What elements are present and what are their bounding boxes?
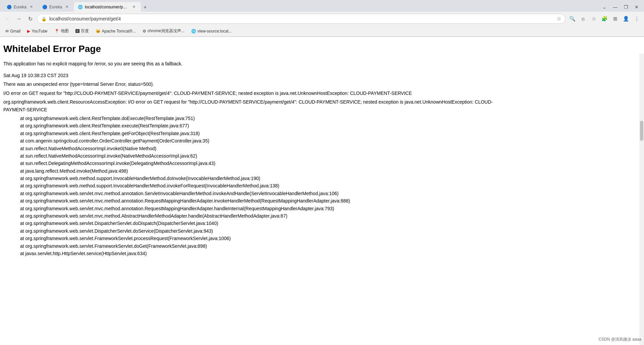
stack-line-12: at org.springframework.web.servlet.mvc.m… bbox=[3, 205, 500, 212]
stack-line-1: at org.springframework.web.client.RestTe… bbox=[3, 122, 500, 129]
page-content: Whitelabel Error Page This application h… bbox=[0, 37, 503, 264]
tab1-title: Eureka bbox=[14, 5, 26, 9]
tab3-title: localhost/consumer/payment/ bbox=[85, 5, 129, 9]
star-icon[interactable]: ☆ bbox=[557, 16, 561, 22]
nav-icons: 🔍 ⎋ ☆ 🧩 ⊞ 👤 ⋮ bbox=[568, 14, 641, 23]
tab3-close-icon[interactable]: ✕ bbox=[131, 4, 137, 10]
stack-trace: org.springframework.web.client.ResourceA… bbox=[3, 98, 500, 257]
page-title: Whitelabel Error Page bbox=[3, 44, 500, 54]
stack-line-5: at sun.reflect.NativeMethodAccessorImpl.… bbox=[3, 152, 500, 160]
stack-line-3: at com.angenin.springcloud.controller.Or… bbox=[3, 137, 500, 145]
profile-icon[interactable]: 👤 bbox=[621, 14, 631, 23]
lock-icon: 🔒 bbox=[41, 16, 47, 21]
bookmark-view-source[interactable]: 🌐 view-source:local... bbox=[189, 28, 234, 35]
maximize-button[interactable]: ❐ bbox=[621, 2, 631, 12]
stack-line-11: at org.springframework.web.servlet.mvc.m… bbox=[3, 197, 500, 205]
view-source-icon: 🌐 bbox=[191, 29, 196, 34]
reload-button[interactable]: ↻ bbox=[25, 14, 35, 23]
tab2-favicon: 🔵 bbox=[42, 5, 47, 9]
bookmark-gmail[interactable]: ✉ Gmail bbox=[3, 28, 23, 35]
address-bar[interactable]: 🔒 ☆ bbox=[37, 14, 566, 24]
bookmark-baidu-label: 百度 bbox=[81, 28, 89, 34]
tab-2[interactable]: 🔵 Eureka ✕ bbox=[38, 2, 74, 12]
tab3-favicon: 🌐 bbox=[78, 5, 83, 9]
bookmark-maps-label: 地图 bbox=[61, 28, 69, 34]
menu-icon[interactable]: ⋮ bbox=[632, 14, 641, 23]
extensions-icon[interactable]: 🧩 bbox=[600, 14, 609, 23]
browser-chrome: 🔵 Eureka ✕ 🔵 Eureka ✕ 🌐 localhost/consum… bbox=[0, 0, 644, 37]
share-icon[interactable]: ⎋ bbox=[578, 14, 588, 23]
stack-line-16: at org.springframework.web.servlet.Frame… bbox=[3, 235, 500, 242]
bookmark-tomcat-label: Apache Tomcat®... bbox=[102, 29, 136, 34]
maps-icon: 📍 bbox=[54, 29, 59, 34]
stack-line-14: at org.springframework.web.servlet.Dispa… bbox=[3, 220, 500, 227]
stack-line-9: at org.springframework.web.method.suppor… bbox=[3, 182, 500, 189]
nav-bar: ← → ↻ 🔒 ☆ 🔍 ⎋ ☆ 🧩 ⊞ 👤 ⋮ bbox=[0, 12, 644, 26]
stack-line-8: at org.springframework.web.method.suppor… bbox=[3, 175, 500, 182]
stack-line-2: at org.springframework.web.client.RestTe… bbox=[3, 130, 500, 137]
bookmark-gmail-label: Gmail bbox=[10, 29, 20, 34]
tab-list-icon[interactable]: ⌄ bbox=[600, 2, 609, 12]
stack-line-17: at org.springframework.web.servlet.Frame… bbox=[3, 242, 500, 250]
bookmark-chrome-settings[interactable]: ⚙ chrome浏览器没声... bbox=[140, 27, 187, 35]
bookmark-icon[interactable]: ☆ bbox=[589, 14, 598, 23]
scrollbar-thumb[interactable] bbox=[640, 121, 643, 141]
bookmarks-bar: ✉ Gmail ▶ YouTube 📍 地图 🅱 百度 🐱 Apache Tom… bbox=[0, 26, 644, 37]
bookmark-chrome-label: chrome浏览器没声... bbox=[148, 28, 184, 34]
tab2-close-icon[interactable]: ✕ bbox=[64, 4, 70, 10]
tab1-close-icon[interactable]: ✕ bbox=[29, 4, 34, 10]
stack-line-0: at org.springframework.web.client.RestTe… bbox=[3, 115, 500, 122]
bookmark-youtube[interactable]: ▶ YouTube bbox=[24, 28, 50, 35]
new-tab-button[interactable]: + bbox=[141, 3, 149, 12]
tab-manager-icon[interactable]: ⊞ bbox=[610, 14, 620, 23]
close-button[interactable]: ✕ bbox=[632, 2, 641, 12]
error-summary: There was an unexpected error (type=Inte… bbox=[3, 80, 500, 88]
forward-button[interactable]: → bbox=[14, 14, 23, 23]
timestamp: Sat Aug 19 10:38:23 CST 2023 bbox=[3, 72, 500, 79]
stack-line-13: at org.springframework.web.servlet.mvc.m… bbox=[3, 212, 500, 220]
error-description: This application has no explicit mapping… bbox=[3, 61, 500, 66]
bookmark-tomcat[interactable]: 🐱 Apache Tomcat®... bbox=[93, 28, 139, 35]
bookmark-youtube-label: YouTube bbox=[32, 29, 47, 34]
address-input[interactable] bbox=[49, 16, 554, 21]
stack-line-18: at javax.servlet.http.HttpServlet.servic… bbox=[3, 250, 500, 257]
stack-line-4: at sun.reflect.NativeMethodAccessorImpl.… bbox=[3, 145, 500, 152]
stack-line-6: at sun.reflect.DelegatingMethodAccessorI… bbox=[3, 160, 500, 167]
tab-1[interactable]: 🔵 Eureka ✕ bbox=[3, 2, 38, 12]
baidu-icon: 🅱 bbox=[75, 29, 79, 34]
error-details: Sat Aug 19 10:38:23 CST 2023 There was a… bbox=[3, 72, 500, 257]
tomcat-icon: 🐱 bbox=[96, 29, 101, 34]
youtube-icon: ▶ bbox=[27, 29, 30, 34]
error-line1: I/O error on GET request for "http://CLO… bbox=[3, 90, 500, 97]
bookmark-view-source-label: view-source:local... bbox=[198, 29, 232, 34]
scrollbar[interactable] bbox=[639, 54, 644, 264]
stack-line-15: at org.springframework.web.servlet.Dispa… bbox=[3, 227, 500, 235]
back-button[interactable]: ← bbox=[3, 14, 12, 23]
chrome-settings-icon: ⚙ bbox=[143, 29, 146, 34]
window-controls: ⌄ — ❐ ✕ bbox=[600, 2, 641, 12]
minimize-button[interactable]: — bbox=[610, 2, 620, 12]
title-bar: 🔵 Eureka ✕ 🔵 Eureka ✕ 🌐 localhost/consum… bbox=[0, 0, 644, 12]
search-icon[interactable]: 🔍 bbox=[568, 14, 577, 23]
tab-3[interactable]: 🌐 localhost/consumer/payment/ ✕ bbox=[74, 2, 141, 12]
bookmark-baidu[interactable]: 🅱 百度 bbox=[73, 27, 92, 35]
tab1-favicon: 🔵 bbox=[7, 5, 12, 9]
gmail-icon: ✉ bbox=[5, 29, 9, 34]
bookmark-maps[interactable]: 📍 地图 bbox=[52, 27, 71, 35]
stack-line-10: at org.springframework.web.servlet.mvc.m… bbox=[3, 190, 500, 197]
stack-line-7: at java.lang.reflect.Method.invoke(Metho… bbox=[3, 167, 500, 175]
error-line2: org.springframework.web.client.ResourceA… bbox=[3, 98, 500, 113]
tab2-title: Eureka bbox=[49, 5, 62, 9]
tabs-area: 🔵 Eureka ✕ 🔵 Eureka ✕ 🌐 localhost/consum… bbox=[3, 2, 600, 12]
